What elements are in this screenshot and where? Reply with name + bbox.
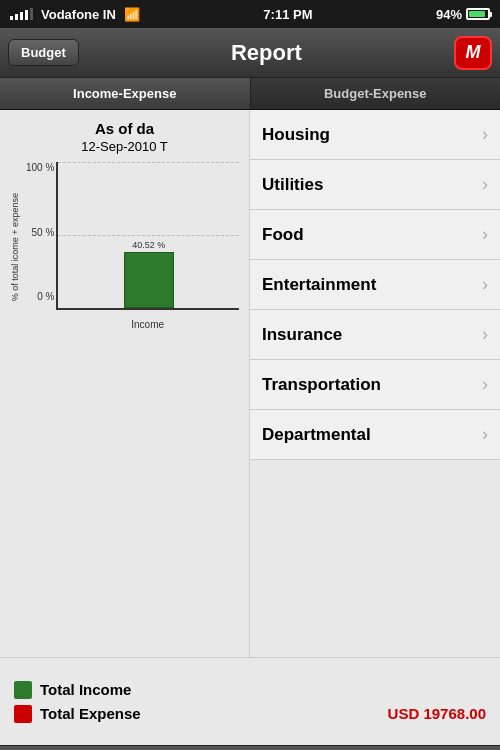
menu-panel: Housing › Utilities › Food › Entertainme…	[250, 110, 500, 657]
menu-label-entertainment: Entertainment	[262, 275, 376, 295]
chevron-icon-insurance: ›	[482, 324, 488, 345]
battery-label: 94%	[436, 7, 462, 22]
y-axis-label: % of total icome + expense	[10, 193, 20, 301]
y-label-50: 50 %	[32, 227, 55, 238]
income-bar	[124, 252, 174, 308]
tab-budget-expense[interactable]: Budget-Expense	[251, 78, 501, 109]
chevron-icon-food: ›	[482, 224, 488, 245]
menu-item-housing[interactable]: Housing ›	[250, 110, 500, 160]
battery-icon	[466, 8, 490, 20]
status-left: Vodafone IN 📶	[10, 7, 140, 22]
gmail-button[interactable]: M	[454, 36, 492, 70]
expense-color-box	[14, 705, 32, 723]
chart-bars: 40.52 %	[58, 162, 239, 308]
chart-plot: 40.52 %	[56, 162, 239, 310]
chart-area: % of total icome + expense 100 % 50 % 0 …	[10, 162, 239, 332]
menu-item-insurance[interactable]: Insurance ›	[250, 310, 500, 360]
menu-label-food: Food	[262, 225, 304, 245]
wifi-icon: 📶	[124, 7, 140, 22]
legend-income: Total Income	[14, 681, 486, 699]
menu-label-housing: Housing	[262, 125, 330, 145]
menu-item-entertainment[interactable]: Entertainment ›	[250, 260, 500, 310]
menu-item-transportation[interactable]: Transportation ›	[250, 360, 500, 410]
bottom-toolbar: Expense	[0, 745, 500, 750]
chevron-icon-utilities: ›	[482, 174, 488, 195]
income-color-box	[14, 681, 32, 699]
legend-expense: Total Expense USD 19768.00	[14, 705, 486, 723]
chevron-icon-transportation: ›	[482, 374, 488, 395]
income-legend-label: Total Income	[40, 681, 131, 698]
bar-income: 40.52 %	[68, 240, 229, 308]
chevron-icon-departmental: ›	[482, 424, 488, 445]
bottom-summary: Total Income Total Expense USD 19768.00	[0, 657, 500, 745]
menu-label-transportation: Transportation	[262, 375, 381, 395]
y-label-0: 0 %	[37, 291, 54, 302]
menu-item-departmental[interactable]: Departmental ›	[250, 410, 500, 460]
menu-item-food[interactable]: Food ›	[250, 210, 500, 260]
page-title: Report	[231, 40, 302, 66]
status-right: 94%	[436, 7, 490, 22]
chevron-icon-housing: ›	[482, 124, 488, 145]
chart-title: As of da	[10, 120, 239, 137]
chart-panel: As of da 12-Sep-2010 T % of total icome …	[0, 110, 250, 657]
menu-label-insurance: Insurance	[262, 325, 342, 345]
tab-income-expense[interactable]: Income-Expense	[0, 78, 251, 109]
menu-item-utilities[interactable]: Utilities ›	[250, 160, 500, 210]
x-axis-label: Income	[131, 319, 164, 330]
chevron-icon-entertainment: ›	[482, 274, 488, 295]
main-content: As of da 12-Sep-2010 T % of total icome …	[0, 110, 500, 657]
y-label-100: 100 %	[26, 162, 54, 173]
expense-legend-value: USD 19768.00	[388, 705, 486, 722]
menu-label-departmental: Departmental	[262, 425, 371, 445]
carrier-label: Vodafone IN	[41, 7, 116, 22]
back-button[interactable]: Budget	[8, 39, 79, 66]
tab-bar: Income-Expense Budget-Expense	[0, 78, 500, 110]
y-axis: 100 % 50 % 0 %	[26, 162, 56, 302]
signal-icon	[10, 8, 33, 20]
time-label: 7:11 PM	[263, 7, 312, 22]
menu-label-utilities: Utilities	[262, 175, 323, 195]
status-bar: Vodafone IN 📶 7:11 PM 94%	[0, 0, 500, 28]
bar-value-label: 40.52 %	[132, 240, 165, 250]
expense-legend-label: Total Expense	[40, 705, 141, 722]
chart-date: 12-Sep-2010 T	[10, 139, 239, 154]
gmail-icon: M	[465, 42, 480, 63]
nav-bar: Budget Report M	[0, 28, 500, 78]
